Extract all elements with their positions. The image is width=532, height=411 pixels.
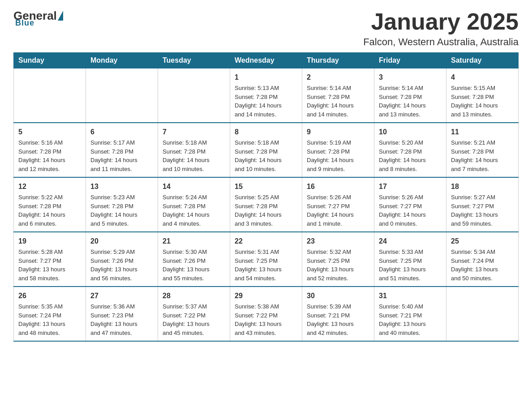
subtitle: Falcon, Western Australia, Australia [363, 36, 519, 48]
calendar-cell: 8Sunrise: 5:18 AMSunset: 7:28 PMDaylight… [230, 123, 302, 177]
weekday-header-sunday: Sunday [14, 53, 86, 68]
day-info: Sunrise: 5:26 AMSunset: 7:27 PMDaylight:… [379, 193, 442, 228]
day-number: 30 [307, 291, 369, 301]
calendar-cell: 29Sunrise: 5:38 AMSunset: 7:22 PMDayligh… [230, 287, 302, 341]
day-info: Sunrise: 5:34 AMSunset: 7:24 PMDaylight:… [451, 248, 514, 283]
day-number: 1 [235, 72, 297, 83]
day-number: 4 [451, 72, 514, 83]
day-info: Sunrise: 5:37 AMSunset: 7:22 PMDaylight:… [163, 302, 225, 337]
day-number: 6 [90, 127, 153, 137]
day-number: 13 [90, 181, 153, 192]
day-number: 15 [235, 181, 297, 192]
day-info: Sunrise: 5:19 AMSunset: 7:28 PMDaylight:… [307, 138, 369, 173]
calendar-cell [86, 68, 158, 123]
weekday-header-thursday: Thursday [302, 53, 374, 68]
calendar-cell: 1Sunrise: 5:13 AMSunset: 7:28 PMDaylight… [230, 68, 302, 123]
day-number: 24 [379, 236, 442, 247]
logo: General Blue [13, 9, 63, 28]
day-info: Sunrise: 5:18 AMSunset: 7:28 PMDaylight:… [235, 138, 297, 173]
calendar-cell: 30Sunrise: 5:39 AMSunset: 7:21 PMDayligh… [302, 287, 374, 341]
title-block: January 2025 Falcon, Western Australia, … [363, 9, 519, 48]
day-info: Sunrise: 5:40 AMSunset: 7:21 PMDaylight:… [379, 302, 442, 337]
calendar-cell [14, 68, 86, 123]
calendar-cell [446, 287, 519, 341]
calendar-cell: 27Sunrise: 5:36 AMSunset: 7:23 PMDayligh… [86, 287, 158, 341]
logo-blue-text: Blue [15, 18, 34, 28]
day-info: Sunrise: 5:21 AMSunset: 7:28 PMDaylight:… [451, 138, 514, 173]
day-info: Sunrise: 5:13 AMSunset: 7:28 PMDaylight:… [235, 84, 297, 119]
calendar-cell: 15Sunrise: 5:25 AMSunset: 7:28 PMDayligh… [230, 177, 302, 232]
day-info: Sunrise: 5:33 AMSunset: 7:25 PMDaylight:… [379, 248, 442, 283]
calendar-table: SundayMondayTuesdayWednesdayThursdayFrid… [13, 52, 519, 342]
calendar-cell: 17Sunrise: 5:26 AMSunset: 7:27 PMDayligh… [374, 177, 446, 232]
weekday-header-friday: Friday [374, 53, 446, 68]
day-number: 17 [379, 181, 442, 192]
day-number: 25 [451, 236, 514, 247]
day-number: 16 [307, 181, 369, 192]
day-info: Sunrise: 5:20 AMSunset: 7:28 PMDaylight:… [379, 138, 442, 173]
calendar-header: SundayMondayTuesdayWednesdayThursdayFrid… [14, 53, 519, 68]
logo-triangle-icon [58, 11, 63, 21]
day-number: 19 [18, 236, 81, 247]
day-info: Sunrise: 5:15 AMSunset: 7:28 PMDaylight:… [451, 84, 514, 119]
calendar-cell: 10Sunrise: 5:20 AMSunset: 7:28 PMDayligh… [374, 123, 446, 177]
day-number: 20 [90, 236, 153, 247]
day-info: Sunrise: 5:23 AMSunset: 7:28 PMDaylight:… [90, 193, 153, 228]
calendar-cell: 13Sunrise: 5:23 AMSunset: 7:28 PMDayligh… [86, 177, 158, 232]
weekday-header-saturday: Saturday [446, 53, 519, 68]
calendar-cell: 20Sunrise: 5:29 AMSunset: 7:26 PMDayligh… [86, 232, 158, 287]
calendar-week-1: 1Sunrise: 5:13 AMSunset: 7:28 PMDaylight… [14, 68, 519, 123]
calendar-cell: 12Sunrise: 5:22 AMSunset: 7:28 PMDayligh… [14, 177, 86, 232]
calendar-cell: 18Sunrise: 5:27 AMSunset: 7:27 PMDayligh… [446, 177, 519, 232]
calendar-body: 1Sunrise: 5:13 AMSunset: 7:28 PMDaylight… [14, 68, 519, 342]
day-info: Sunrise: 5:36 AMSunset: 7:23 PMDaylight:… [90, 302, 153, 337]
day-info: Sunrise: 5:39 AMSunset: 7:21 PMDaylight:… [307, 302, 369, 337]
calendar-cell: 28Sunrise: 5:37 AMSunset: 7:22 PMDayligh… [158, 287, 230, 341]
day-number: 7 [163, 127, 225, 137]
weekday-header-tuesday: Tuesday [158, 53, 230, 68]
day-info: Sunrise: 5:31 AMSunset: 7:25 PMDaylight:… [235, 248, 297, 283]
calendar-cell: 25Sunrise: 5:34 AMSunset: 7:24 PMDayligh… [446, 232, 519, 287]
calendar-cell: 11Sunrise: 5:21 AMSunset: 7:28 PMDayligh… [446, 123, 519, 177]
day-info: Sunrise: 5:29 AMSunset: 7:26 PMDaylight:… [90, 248, 153, 283]
day-number: 26 [18, 291, 81, 301]
day-info: Sunrise: 5:24 AMSunset: 7:28 PMDaylight:… [163, 193, 225, 228]
calendar-cell: 3Sunrise: 5:14 AMSunset: 7:28 PMDaylight… [374, 68, 446, 123]
calendar-cell: 4Sunrise: 5:15 AMSunset: 7:28 PMDaylight… [446, 68, 519, 123]
calendar-cell: 23Sunrise: 5:32 AMSunset: 7:25 PMDayligh… [302, 232, 374, 287]
weekday-header-wednesday: Wednesday [230, 53, 302, 68]
day-number: 11 [451, 127, 514, 137]
day-number: 5 [18, 127, 81, 137]
calendar-cell: 14Sunrise: 5:24 AMSunset: 7:28 PMDayligh… [158, 177, 230, 232]
calendar-cell: 5Sunrise: 5:16 AMSunset: 7:28 PMDaylight… [14, 123, 86, 177]
main-title: January 2025 [363, 9, 519, 34]
day-info: Sunrise: 5:38 AMSunset: 7:22 PMDaylight:… [235, 302, 297, 337]
day-info: Sunrise: 5:17 AMSunset: 7:28 PMDaylight:… [90, 138, 153, 173]
day-number: 9 [307, 127, 369, 137]
day-info: Sunrise: 5:16 AMSunset: 7:28 PMDaylight:… [18, 138, 81, 173]
day-number: 22 [235, 236, 297, 247]
page-header: General Blue January 2025 Falcon, Wester… [13, 9, 519, 48]
calendar-cell: 2Sunrise: 5:14 AMSunset: 7:28 PMDaylight… [302, 68, 374, 123]
day-number: 23 [307, 236, 369, 247]
day-number: 27 [90, 291, 153, 301]
calendar-week-4: 19Sunrise: 5:28 AMSunset: 7:27 PMDayligh… [14, 232, 519, 287]
calendar-cell: 9Sunrise: 5:19 AMSunset: 7:28 PMDaylight… [302, 123, 374, 177]
day-number: 31 [379, 291, 442, 301]
weekday-header-row: SundayMondayTuesdayWednesdayThursdayFrid… [14, 53, 519, 68]
calendar-week-3: 12Sunrise: 5:22 AMSunset: 7:28 PMDayligh… [14, 177, 519, 232]
day-number: 2 [307, 72, 369, 83]
day-info: Sunrise: 5:32 AMSunset: 7:25 PMDaylight:… [307, 248, 369, 283]
calendar-cell: 16Sunrise: 5:26 AMSunset: 7:27 PMDayligh… [302, 177, 374, 232]
weekday-header-monday: Monday [86, 53, 158, 68]
day-number: 8 [235, 127, 297, 137]
day-number: 12 [18, 181, 81, 192]
day-number: 18 [451, 181, 514, 192]
day-info: Sunrise: 5:18 AMSunset: 7:28 PMDaylight:… [163, 138, 225, 173]
day-number: 29 [235, 291, 297, 301]
calendar-cell: 19Sunrise: 5:28 AMSunset: 7:27 PMDayligh… [14, 232, 86, 287]
calendar-cell: 24Sunrise: 5:33 AMSunset: 7:25 PMDayligh… [374, 232, 446, 287]
day-number: 28 [163, 291, 225, 301]
day-info: Sunrise: 5:22 AMSunset: 7:28 PMDaylight:… [18, 193, 81, 228]
calendar-cell: 7Sunrise: 5:18 AMSunset: 7:28 PMDaylight… [158, 123, 230, 177]
